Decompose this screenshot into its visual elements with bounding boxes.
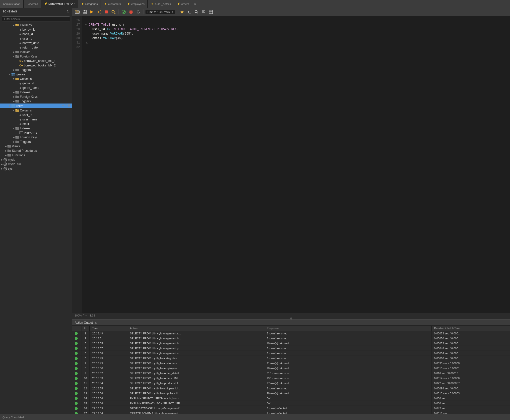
- snippet-button[interactable]: [186, 9, 192, 15]
- table-row[interactable]: 12 20:18:55 SELECT * FROM mydb_hw.shippe…: [72, 386, 510, 391]
- inspector-button[interactable]: [110, 9, 117, 15]
- tab-librarymng[interactable]: ⚡ LibraryMngt_HW_04*: [41, 0, 78, 8]
- table-row[interactable]: 11 20:18:54 SELECT * FROM mydb_hw.produc…: [72, 381, 510, 386]
- tree-item-genre-id[interactable]: ◆ genre_id: [0, 81, 72, 86]
- tab-orders[interactable]: ⚡ orders: [174, 0, 192, 8]
- sort-icon[interactable]: ⇅: [95, 321, 97, 324]
- tree-toggle[interactable]: ▶: [12, 140, 15, 144]
- tree-toggle[interactable]: ▶: [12, 136, 15, 139]
- check-button[interactable]: [121, 9, 127, 15]
- table-row[interactable]: 9 20:18:52 SELECT * FROM mydb_hw.order_d…: [72, 371, 510, 376]
- tab-order-details[interactable]: ⚡ order_details: [148, 0, 174, 8]
- zoom-arrows[interactable]: ⌃⌄: [83, 314, 87, 317]
- tree-item-indexes-borrowed[interactable]: ▶ Indexes: [0, 50, 72, 54]
- stop-button[interactable]: [103, 9, 110, 15]
- tree-item-columns-borrowed[interactable]: ▶ Columns: [0, 23, 72, 27]
- table-row[interactable]: 7 20:18:49 SELECT * FROM mydb_hw.custome…: [72, 361, 510, 366]
- tree-toggle[interactable]: ▶: [4, 145, 7, 148]
- tree-toggle[interactable]: ▶: [12, 95, 15, 99]
- star-button[interactable]: [179, 9, 185, 15]
- tree-toggle[interactable]: ▼: [8, 104, 11, 108]
- tree-toggle[interactable]: ▼: [12, 77, 15, 81]
- tree-toggle[interactable]: ▶: [4, 149, 7, 153]
- tree-item-fk-users[interactable]: ▶ Foreign Keys: [0, 135, 72, 140]
- tree-item-genres-columns[interactable]: ▼ Columns: [0, 77, 72, 81]
- tree-item-genre-name[interactable]: ◆ genre_name: [0, 86, 72, 90]
- tree-item-mydb[interactable]: ▶ mydb: [0, 158, 72, 162]
- tree-item-fk-genres[interactable]: ▶ Foreign Keys: [0, 95, 72, 99]
- table-row[interactable]: 5 20:13:58 SELECT * FROM LibraryManageme…: [72, 351, 510, 356]
- tree-item-genres[interactable]: ▼ genres: [0, 72, 72, 77]
- tab-categories[interactable]: ⚡ categories: [78, 0, 101, 8]
- format-button[interactable]: [200, 9, 207, 15]
- execute-selection-button[interactable]: [96, 9, 102, 15]
- tree-item-fk2[interactable]: borrowed_books_ibfk_2: [0, 63, 72, 68]
- tree-toggle[interactable]: ▶: [12, 91, 15, 94]
- table-row[interactable]: 14 20:23:06 EXPLAIN SELECT * FROM mydb_h…: [72, 396, 510, 401]
- menu-icon[interactable]: ☰: [68, 104, 70, 108]
- tree-item-fk-borrowed[interactable]: ▼ Foreign Keys: [0, 54, 72, 59]
- tab-overflow-button[interactable]: »: [192, 0, 198, 8]
- tree-item-primary-index[interactable]: PRIMARY: [0, 131, 72, 135]
- tree-item-borrow-id[interactable]: ◆ borrow_id: [0, 27, 72, 32]
- tree-toggle[interactable]: ▶: [12, 100, 15, 103]
- tree-toggle[interactable]: ▶: [12, 23, 15, 27]
- tree-item-indexes-users[interactable]: ▼ Indexes: [0, 126, 72, 131]
- tree-toggle[interactable]: ▼: [12, 55, 15, 58]
- tree-toggle[interactable]: ▶: [0, 162, 3, 166]
- tree-item-triggers-borrowed[interactable]: ▶ Triggers: [0, 68, 72, 72]
- tree-item-stored-procedures[interactable]: ▶ Stored Procedures: [0, 149, 72, 153]
- tree-item-borrow-date[interactable]: ◆ borrow_date: [0, 41, 72, 45]
- tree-item-users[interactable]: ▼ users ✏ ⓘ ☰: [0, 104, 72, 108]
- tree-item-indexes-genres[interactable]: ▶ Indexes: [0, 90, 72, 95]
- tree-item-users-columns[interactable]: ▼ Columns: [0, 108, 72, 113]
- tree-toggle[interactable]: ▶: [0, 158, 3, 161]
- resize-handle[interactable]: [72, 317, 510, 319]
- code-editor[interactable]: 26 27 28 29 30 31 32 ⊖ CREATE TABLE user…: [72, 16, 510, 313]
- tree-toggle[interactable]: ▶: [0, 167, 3, 170]
- table-row[interactable]: 3 20:13:55 SELECT * FROM LibraryManageme…: [72, 341, 510, 346]
- cancel-button[interactable]: [128, 9, 134, 15]
- tree-item-fk1[interactable]: borrowed_books_ibfk_1: [0, 59, 72, 63]
- tree-item-triggers-genres[interactable]: ▶ Triggers: [0, 99, 72, 104]
- table-row[interactable]: 10 20:18:53 SELECT * FROM mydb_hw.orders…: [72, 376, 510, 381]
- tree-item-book-id[interactable]: ◆ book_id: [0, 32, 72, 36]
- refresh-button[interactable]: [135, 9, 141, 15]
- table-row[interactable]: 16 22:16:53 DROP DATABASE `LibraryManage…: [72, 406, 510, 411]
- tab-administration[interactable]: Administration: [0, 0, 24, 8]
- tree-item-users-email[interactable]: ◆ email: [0, 122, 72, 126]
- output-table-wrapper[interactable]: # Time Action Response Duration / Fetch …: [72, 326, 510, 414]
- tree-toggle[interactable]: ▶: [12, 68, 15, 72]
- table-row[interactable]: 1 20:13:49 SELECT * FROM LibraryManageme…: [72, 331, 510, 336]
- tree-item-users-userid[interactable]: ◆ user_id: [0, 113, 72, 117]
- tree-toggle[interactable]: ▼: [8, 73, 11, 76]
- limit-select[interactable]: Limit to 1000 rows Limit to 10 rows Limi…: [145, 10, 175, 14]
- table-row[interactable]: 17 22:17:04 CREATE SCHEMA LibraryManagem…: [72, 411, 510, 414]
- tab-schemas[interactable]: Schemas: [24, 0, 41, 8]
- tree-item-user-id-col[interactable]: ◆ user_id: [0, 36, 72, 41]
- open-file-button[interactable]: [74, 9, 81, 15]
- table-row[interactable]: 8 20:18:50 SELECT * FROM mydb_hw.employe…: [72, 366, 510, 371]
- edit-icon[interactable]: ✏: [62, 104, 64, 108]
- search-button[interactable]: [193, 9, 200, 15]
- tree-item-functions[interactable]: ▶ Functions: [0, 153, 72, 158]
- info-icon[interactable]: ⓘ: [65, 104, 67, 108]
- tree-toggle[interactable]: ▶: [4, 154, 7, 157]
- tree-toggle[interactable]: ▼: [12, 127, 15, 130]
- tree-toggle[interactable]: ▼: [12, 109, 15, 112]
- code-content[interactable]: ⊖ CREATE TABLE users ( user_id INT NOT N…: [82, 16, 510, 313]
- tree-item-users-username[interactable]: ◆ user_name: [0, 117, 72, 122]
- execute-button[interactable]: [89, 9, 95, 15]
- table-row[interactable]: 4 20:13:57 SELECT * FROM LibraryManageme…: [72, 346, 510, 351]
- table-row[interactable]: 15 20:23:06 EXPLAIN FORMAT=JSON SELECT *…: [72, 401, 510, 406]
- refresh-icon[interactable]: ↻: [66, 9, 69, 13]
- zoom-control[interactable]: 100% ⌃⌄: [75, 314, 87, 317]
- tree-item-triggers-users[interactable]: ▶ Triggers: [0, 140, 72, 144]
- tree-item-views[interactable]: ▶ Views: [0, 144, 72, 149]
- schema-browser-button[interactable]: [208, 9, 214, 15]
- tree-toggle[interactable]: ▶: [12, 50, 15, 54]
- filter-input[interactable]: [2, 16, 70, 21]
- table-row[interactable]: 6 20:18:45 SELECT * FROM mydb_hw.categor…: [72, 356, 510, 361]
- tree-item-return-date[interactable]: ◆ return_date: [0, 45, 72, 50]
- table-row[interactable]: 13 20:18:56 SELECT * FROM mydb_hw.suppli…: [72, 391, 510, 396]
